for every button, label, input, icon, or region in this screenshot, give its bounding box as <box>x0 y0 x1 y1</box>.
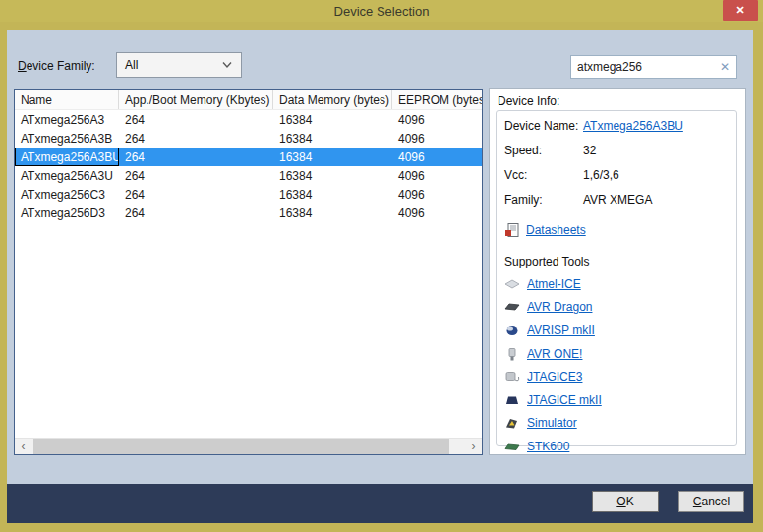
cell-data: 16384 <box>273 148 392 166</box>
tool-link[interactable]: Atmel-ICE <box>527 277 581 291</box>
column-header-eeprom[interactable]: EEPROM (bytes) <box>392 90 482 109</box>
pdf-icon <box>504 223 520 237</box>
field-family: Family: AVR XMEGA <box>504 193 729 217</box>
stk600-icon <box>504 440 520 453</box>
cancel-button[interactable]: Cancel <box>678 491 744 512</box>
field-value: AVR XMEGA <box>583 193 652 207</box>
table-row[interactable]: ATxmega256A3 264 16384 4096 <box>15 110 482 129</box>
cell-name: ATxmega256D3 <box>15 204 119 222</box>
scroll-right-arrow-icon[interactable]: › <box>465 439 482 454</box>
device-family-label: Device Family: <box>18 59 95 73</box>
tool-item: AVR Dragon <box>504 296 729 320</box>
tool-link[interactable]: JTAGICE3 <box>527 370 582 384</box>
cell-data: 16384 <box>273 185 392 204</box>
cell-eeprom: 4096 <box>392 166 482 185</box>
avr-one-icon <box>504 347 520 361</box>
table-body: ATxmega256A3 264 16384 4096 ATxmega256A3… <box>15 110 482 438</box>
field-label: Vcc: <box>504 168 583 182</box>
clear-search-icon[interactable]: ✕ <box>713 60 736 74</box>
device-search-box: ✕ <box>570 55 737 79</box>
cell-eeprom: 4096 <box>392 129 482 148</box>
cell-app: 264 <box>119 185 273 204</box>
scroll-left-arrow-icon[interactable]: ‹ <box>15 439 31 454</box>
cell-eeprom: 4096 <box>392 204 482 222</box>
cell-name: ATxmega256A3B <box>15 129 119 148</box>
scrollbar-thumb[interactable] <box>33 439 449 454</box>
datasheets-link[interactable]: Datasheets <box>526 223 586 237</box>
tool-item: AVR ONE! <box>504 342 729 366</box>
atmel-ice-icon <box>504 277 520 291</box>
tool-item: JTAGICE mkII <box>504 388 729 412</box>
cell-eeprom: 4096 <box>392 148 482 166</box>
field-label: Family: <box>504 193 583 207</box>
tool-link[interactable]: Simulator <box>527 416 577 430</box>
tool-item: Atmel-ICE <box>504 272 729 296</box>
column-header-name[interactable]: Name <box>15 90 119 109</box>
avr-dragon-icon <box>504 300 520 314</box>
supported-tools-title: Supported Tools <box>504 255 729 268</box>
field-value: 1,6/3,6 <box>583 168 619 182</box>
jtagice-mkii-icon <box>504 393 520 407</box>
cell-app: 264 <box>119 129 273 148</box>
device-family-dropdown[interactable]: All <box>116 52 242 78</box>
tool-item: AVRISP mkII <box>504 319 729 342</box>
cell-eeprom: 4096 <box>392 185 482 204</box>
table-row[interactable]: ATxmega256C3 264 16384 4096 <box>15 185 482 204</box>
cell-name: ATxmega256A3U <box>15 166 119 185</box>
supported-tools-list: Atmel-ICE AVR Dragon AVRISP mkII <box>504 272 729 458</box>
tool-link[interactable]: AVR Dragon <box>527 300 592 314</box>
scrollbar-track[interactable] <box>31 439 465 454</box>
tool-link[interactable]: AVRISP mkII <box>527 324 595 337</box>
cell-name: ATxmega256A3BU <box>15 148 119 166</box>
tool-link[interactable]: JTAGICE mkII <box>527 393 602 407</box>
cell-name: ATxmega256A3 <box>15 110 119 129</box>
device-info-panel: Device Info: Device Name: ATxmega256A3BU… <box>489 88 746 455</box>
tool-item: STK600 <box>504 435 729 458</box>
tool-item: Simulator <box>504 412 729 436</box>
search-input[interactable] <box>571 60 713 74</box>
field-speed: Speed: 32 <box>504 144 729 168</box>
cell-eeprom: 4096 <box>392 110 482 129</box>
tool-link[interactable]: STK600 <box>527 440 569 453</box>
table-row[interactable]: ATxmega256D3 264 16384 4096 <box>15 204 482 222</box>
field-value: 32 <box>583 144 596 157</box>
cell-app: 264 <box>119 110 273 129</box>
window-title: Device Selection <box>334 4 430 19</box>
table-row[interactable]: ATxmega256A3B 264 16384 4096 <box>15 129 482 148</box>
field-label: Device Name: <box>504 119 583 133</box>
device-name-link[interactable]: ATxmega256A3BU <box>583 119 683 133</box>
cell-data: 16384 <box>273 166 392 185</box>
device-info-title: Device Info: <box>498 94 559 108</box>
device-info-box: Device Name: ATxmega256A3BU Speed: 32 Vc… <box>496 110 737 446</box>
cell-data: 16384 <box>273 110 392 129</box>
cell-app: 264 <box>119 204 273 222</box>
ok-button[interactable]: OK <box>592 491 659 512</box>
title-bar: Device Selection ✕ <box>0 0 763 22</box>
jtagice3-icon <box>504 370 520 384</box>
table-row-selected[interactable]: ATxmega256A3BU 264 16384 4096 <box>15 148 482 166</box>
cell-data: 16384 <box>273 204 392 222</box>
table-row[interactable]: ATxmega256A3U 264 16384 4096 <box>15 166 482 185</box>
close-icon: ✕ <box>735 4 744 17</box>
cell-data: 16384 <box>273 129 392 148</box>
column-header-data-memory[interactable]: Data Memory (bytes) <box>273 90 392 109</box>
field-device-name: Device Name: ATxmega256A3BU <box>504 119 729 144</box>
close-button[interactable]: ✕ <box>723 0 758 21</box>
dialog-footer: OK Cancel <box>7 484 753 523</box>
device-table: Name App./Boot Memory (Kbytes) Data Memo… <box>14 89 483 455</box>
tool-link[interactable]: AVR ONE! <box>527 347 582 361</box>
field-label: Speed: <box>504 144 583 157</box>
cell-name: ATxmega256C3 <box>15 185 119 204</box>
horizontal-scrollbar: ‹ › <box>15 438 482 454</box>
column-header-app-boot-memory[interactable]: App./Boot Memory (Kbytes) <box>119 90 273 109</box>
datasheets-row: Datasheets <box>504 219 729 241</box>
simulator-icon <box>504 416 520 430</box>
table-header-row: Name App./Boot Memory (Kbytes) Data Memo… <box>15 90 482 110</box>
cell-app: 264 <box>119 166 273 185</box>
device-family-value: All <box>125 58 221 72</box>
tool-item: JTAGICE3 <box>504 365 729 388</box>
avrisp-mkii-icon <box>504 324 520 337</box>
dialog-client-area: Device Family: All ✕ Name App./Boot Memo… <box>7 30 753 484</box>
field-vcc: Vcc: 1,6/3,6 <box>504 168 729 193</box>
cell-app: 264 <box>119 148 273 166</box>
